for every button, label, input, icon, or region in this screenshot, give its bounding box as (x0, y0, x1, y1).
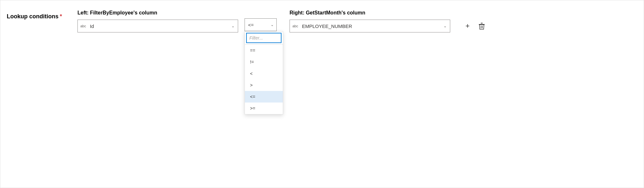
filter-input-container (245, 31, 283, 45)
operator-option-lte[interactable]: <= (245, 91, 283, 103)
svg-rect-1 (481, 23, 483, 23)
operator-dropdown-menu: == != < > <= >= (245, 31, 283, 114)
right-column-value: EMPLOYEE_NUMBER (301, 23, 440, 29)
lookup-conditions-label: Lookup conditions (7, 13, 58, 20)
left-column-dropdown[interactable]: abc Id ⌄ (77, 20, 238, 32)
left-column-section: Left: FilterByEmployee's column abc Id ⌄ (77, 10, 238, 32)
left-type-badge: abc (78, 24, 89, 28)
right-column-dropdown[interactable]: abc EMPLOYEE_NUMBER ⌄ (290, 20, 450, 32)
operator-option-eq[interactable]: == (245, 45, 283, 56)
required-indicator: * (60, 13, 62, 20)
delete-button[interactable] (476, 20, 487, 32)
right-type-badge: abc (290, 24, 301, 28)
left-column-title: Left: FilterByEmployee's column (77, 10, 238, 17)
add-icon: + (466, 22, 470, 30)
right-column-chevron-icon: ⌄ (440, 24, 450, 28)
left-column-chevron-icon: ⌄ (228, 24, 238, 28)
trash-icon (479, 22, 485, 30)
add-button[interactable]: + (462, 20, 473, 32)
label-section: Lookup conditions * (7, 10, 71, 20)
right-column-title: Right: GetStartMonth's column (290, 10, 450, 17)
operator-dropdown[interactable]: <= ⌄ (245, 18, 277, 31)
left-column-value: Id (89, 23, 228, 29)
operator-option-neq[interactable]: != (245, 56, 283, 68)
operator-value: <= (245, 22, 268, 28)
operator-option-lt[interactable]: < (245, 68, 283, 79)
operator-filter-input[interactable] (246, 33, 282, 43)
operator-chevron-icon: ⌄ (268, 22, 276, 27)
operator-option-gt[interactable]: > (245, 79, 283, 91)
action-buttons: + (462, 20, 487, 32)
right-column-section: Right: GetStartMonth's column abc EMPLOY… (290, 10, 450, 32)
operator-option-gte[interactable]: >= (245, 103, 283, 114)
lookup-conditions-panel: Lookup conditions * Left: FilterByEmploy… (0, 0, 644, 188)
operator-section: <= ⌄ == != < > <= >= (245, 18, 277, 31)
